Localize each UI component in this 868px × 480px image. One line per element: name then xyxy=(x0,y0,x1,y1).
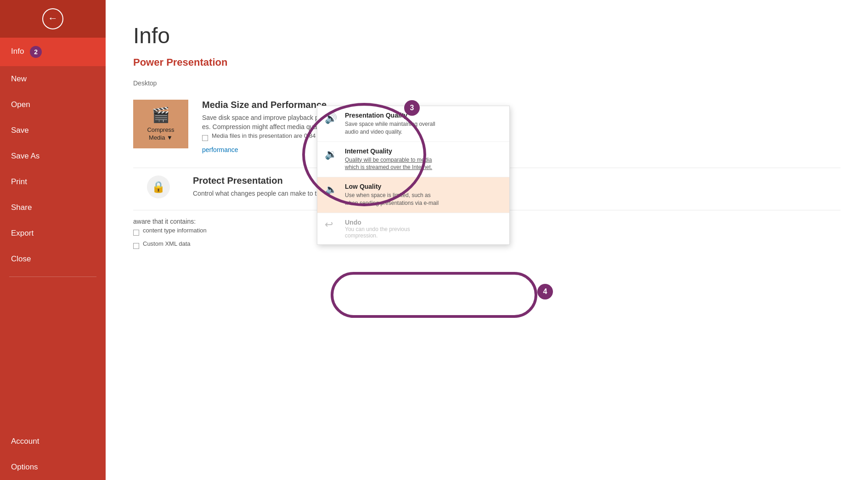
presentation-quality-title: Presentation Quality xyxy=(345,112,502,119)
protect-icon: 🔒 xyxy=(147,175,170,198)
media-section-title: Media Size and Performance xyxy=(202,100,840,110)
compress-label: CompressMedia ▼ xyxy=(147,126,174,142)
dropdown-item-low-quality[interactable]: 🔈 Low Quality Use when space is limited,… xyxy=(317,177,509,213)
media-info: Media Size and Performance Save disk spa… xyxy=(202,100,840,154)
media-file-info-row: Media files in this presentation are 0.8… xyxy=(202,132,840,144)
sidebar: ← Info 2 New Open Save Save As Print Sha… xyxy=(0,0,106,480)
presentation-quality-desc: Save space while maintaining overallaudi… xyxy=(345,120,502,136)
sidebar-item-options[interactable]: Options xyxy=(0,454,106,480)
sidebar-item-new[interactable]: New xyxy=(0,66,106,92)
sidebar-divider xyxy=(9,277,96,277)
media-desc2: es. Compression might affect media quali… xyxy=(202,123,840,130)
dropdown-item-internet-quality[interactable]: 🔉 Internet Quality Quality will be compa… xyxy=(317,142,509,178)
doc-title: Power Presentation xyxy=(133,56,840,68)
sidebar-item-save[interactable]: Save xyxy=(0,118,106,143)
internet-quality-desc: Quality will be comparable to mediawhich… xyxy=(345,156,502,172)
inspect-item2: Custom XML data xyxy=(143,240,191,247)
presentation-quality-icon: 🔊 xyxy=(325,113,338,124)
low-quality-desc: Use when space is limited, such aswhen s… xyxy=(345,192,502,207)
compress-media-button[interactable]: 🎬 CompressMedia ▼ xyxy=(133,100,188,148)
low-quality-icon: 🔈 xyxy=(325,184,338,196)
media-desc1: Save disk space and improve playback per… xyxy=(202,114,840,121)
undo-title: Undo xyxy=(345,219,410,226)
sidebar-item-close[interactable]: Close xyxy=(0,246,106,272)
inspect-checkbox1 xyxy=(133,230,139,236)
undo-desc: You can undo the previouscompression. xyxy=(345,226,410,239)
back-button[interactable]: ← xyxy=(0,0,106,38)
performance-link[interactable]: performance xyxy=(202,146,238,153)
sidebar-item-open[interactable]: Open xyxy=(0,92,106,118)
media-file-info: Media files in this presentation are 0.8… xyxy=(212,132,328,139)
dropdown-undo: ↩ Undo You can undo the previouscompress… xyxy=(317,213,509,244)
back-arrow-icon: ← xyxy=(48,13,58,23)
compress-dropdown: 🔊 Presentation Quality Save space while … xyxy=(317,106,510,245)
low-quality-title: Low Quality xyxy=(345,183,502,190)
sidebar-item-print[interactable]: Print xyxy=(0,169,106,195)
inspect-item1-row: content type information xyxy=(133,227,207,238)
checkbox-icon xyxy=(202,135,208,141)
internet-quality-icon: 🔉 xyxy=(325,148,338,160)
annotation-number-4: 4 xyxy=(537,284,553,299)
annotation-oval-4 xyxy=(331,272,537,318)
page-title: Info xyxy=(133,23,840,48)
info-badge: 2 xyxy=(30,46,42,58)
inspect-checkbox2 xyxy=(133,243,139,249)
internet-quality-title: Internet Quality xyxy=(345,147,502,155)
inspect-desc: aware that it contains: xyxy=(133,218,207,225)
sidebar-item-info[interactable]: Info 2 xyxy=(0,38,106,66)
sidebar-item-export[interactable]: Export xyxy=(0,220,106,246)
protect-icon-area: 🔒 xyxy=(133,175,184,198)
main-content: Info Power Presentation Desktop 🎬 Compre… xyxy=(106,0,868,480)
compress-icon: 🎬 xyxy=(152,106,170,124)
sidebar-item-share[interactable]: Share xyxy=(0,195,106,220)
inspect-item2-row: Custom XML data xyxy=(133,240,207,252)
inspect-info: aware that it contains: content type inf… xyxy=(133,218,207,254)
doc-location: Desktop xyxy=(133,79,840,87)
inspect-item1: content type information xyxy=(143,227,207,234)
sidebar-item-save-as[interactable]: Save As xyxy=(0,143,106,169)
dropdown-item-presentation-quality[interactable]: 🔊 Presentation Quality Save space while … xyxy=(317,106,509,142)
undo-icon: ↩ xyxy=(325,219,338,231)
sidebar-item-account[interactable]: Account xyxy=(0,429,106,454)
